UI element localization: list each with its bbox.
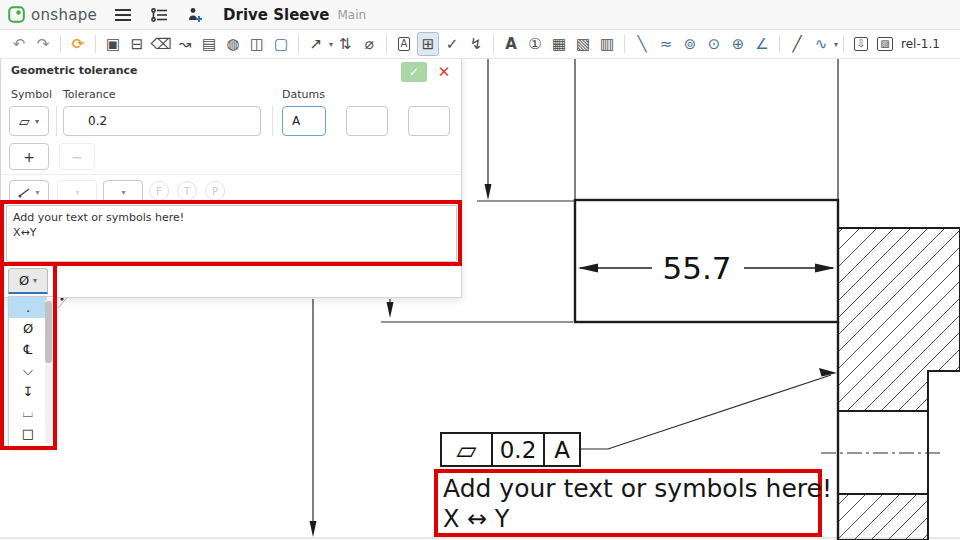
symbol-option-period[interactable]: . — [9, 297, 47, 318]
editor-line-1: Add your text or symbols here! — [13, 210, 450, 225]
centerline-icon[interactable]: ╲ — [631, 32, 653, 56]
dropdown-caret-icon: ▾ — [121, 188, 125, 197]
workspace-branch: Main — [337, 8, 366, 22]
gtol-symbol-dropdown[interactable]: ▱ ▾ — [9, 106, 49, 136]
dialog-title: Geometric tolerance — [11, 64, 137, 77]
section-hatch[interactable] — [838, 228, 960, 540]
note-line-2: X ↔ Y — [443, 504, 814, 534]
ordinate-dimension-icon[interactable]: ⇅ — [334, 32, 356, 56]
dropdown-caret-icon: ▾ — [35, 188, 39, 197]
top-bar: onshape Drive Sleeve Main — [0, 0, 960, 30]
toolbar-separator — [493, 35, 494, 53]
arrowhead-down-3 — [310, 521, 317, 537]
diameter-dimension-icon[interactable]: ⌀ — [358, 32, 380, 56]
symbol-label: Symbol — [11, 88, 52, 101]
follow-mode-icon[interactable] — [185, 5, 205, 25]
redo-icon[interactable]: ↷ — [32, 32, 54, 56]
insert-view-icon[interactable]: ▣ — [102, 32, 124, 56]
onshape-drawing-app: 55.7 ▱ 0.2 A Add your text or symbols he… — [0, 0, 960, 540]
sheet-layout-icon[interactable]: ⊟ — [126, 32, 148, 56]
remove-row-button[interactable]: − — [59, 143, 95, 170]
field-divider — [272, 106, 273, 136]
leader-style-dropdown[interactable]: ▾ — [9, 180, 49, 204]
fcf-leader[interactable] — [579, 368, 837, 449]
toolbar-separator — [386, 35, 387, 53]
datum-input-3[interactable] — [408, 106, 450, 136]
symbol-option-countersink[interactable]: ⌵ — [9, 360, 47, 381]
dimension-text: 55.7 — [662, 250, 731, 286]
symbol-option-diameter[interactable]: Ø — [9, 318, 47, 339]
diameter-symbol: Ø — [19, 273, 29, 288]
weld-symbol-icon[interactable]: ↯ — [465, 32, 487, 56]
web-reference-icon[interactable]: ◍ — [222, 32, 244, 56]
center-mark-circular-icon[interactable]: ⊚ — [679, 32, 701, 56]
onshape-logo-text: onshape — [31, 6, 97, 24]
chamfer-dimension-icon[interactable]: ∠ — [751, 32, 773, 56]
geometric-tolerance-icon[interactable]: ⊞ — [417, 32, 439, 56]
fcf-symbol-parallelism: ▱ — [440, 432, 493, 467]
feature-control-frame[interactable]: ▱ 0.2 A — [440, 432, 581, 467]
toolbar-separator — [779, 35, 780, 53]
free-state-modifier-button[interactable]: F — [149, 181, 169, 201]
symbol-dropdown-list: . Ø ℄ ⌵ ↧ ⌴ □ — [8, 296, 54, 447]
dropdown-caret-icon: ▾ — [75, 188, 79, 197]
frame-style-dropdown[interactable]: ▾ — [103, 180, 143, 204]
datum-input-2[interactable] — [346, 106, 388, 136]
update-reference-icon[interactable]: ⟳ — [67, 32, 89, 56]
insert-sketch-icon[interactable]: ▤ — [198, 32, 220, 56]
onshape-logo[interactable]: onshape — [0, 6, 97, 24]
export-dxf-icon[interactable]: ⇩ — [850, 32, 872, 56]
note-icon[interactable]: A — [500, 32, 522, 56]
crop-view-icon[interactable]: ▢ — [270, 32, 292, 56]
toolbar-separator — [843, 35, 844, 53]
symbol-option-centerline[interactable]: ℄ — [9, 339, 47, 360]
insert-image-icon[interactable]: ▨ — [874, 32, 896, 56]
datum-input-1[interactable] — [282, 106, 326, 136]
arrowhead-down-2 — [387, 302, 394, 318]
center-target-icon[interactable]: ⊕ — [727, 32, 749, 56]
gtol-text-editor[interactable]: Add your text or symbols here! X↔Y — [6, 205, 457, 262]
dimension-caret-icon[interactable]: ▾ — [329, 40, 333, 49]
dropdown-scrollbar[interactable] — [45, 299, 52, 444]
fcf-datum-ref: A — [545, 432, 581, 467]
spline-caret-icon[interactable]: ▾ — [834, 40, 838, 49]
dimension-icon[interactable]: ↗ — [305, 32, 327, 56]
surface-finish-icon[interactable]: ✓ — [441, 32, 463, 56]
toolbar-separator — [60, 35, 61, 53]
centerline-between-icon[interactable]: ≈ — [655, 32, 677, 56]
editor-line-2: X↔Y — [13, 225, 450, 240]
table-icon[interactable]: ▦ — [548, 32, 570, 56]
erase-icon[interactable]: ⌫ — [150, 32, 172, 56]
scrollbar-thumb[interactable] — [45, 301, 52, 363]
line-icon[interactable]: ╱ — [786, 32, 808, 56]
geometric-tolerance-dialog: Geometric tolerance ✓ ✕ Symbol Tolerance… — [0, 58, 462, 298]
callout-icon[interactable]: ① — [524, 32, 546, 56]
undo-icon[interactable]: ↶ — [8, 32, 30, 56]
mirror-view-icon[interactable]: ◫ — [246, 32, 268, 56]
center-mark-icon[interactable]: ⊙ — [703, 32, 725, 56]
dialog-separator — [1, 174, 461, 175]
projected-zone-modifier-button[interactable]: P — [205, 181, 225, 201]
symbol-option-depth[interactable]: ↧ — [9, 381, 47, 402]
tangent-plane-modifier-button[interactable]: T — [177, 181, 197, 201]
symbol-option-square[interactable]: □ — [9, 423, 47, 444]
spline-icon[interactable]: ∿ — [810, 32, 832, 56]
symbol-option-counterbore[interactable]: ⌴ — [9, 402, 47, 423]
versions-history-icon[interactable] — [149, 5, 169, 25]
leader-anchor-dropdown[interactable]: ▾ — [57, 180, 97, 204]
dialog-close-button[interactable]: ✕ — [435, 62, 453, 82]
insert-symbol-dropdown-button[interactable]: Ø ▾ — [8, 268, 48, 294]
hole-table-icon[interactable]: ▧ — [572, 32, 594, 56]
onshape-logo-icon — [8, 6, 25, 23]
tolerance-input[interactable] — [63, 106, 261, 136]
arrowhead-down-1 — [485, 184, 492, 200]
drawing-note-annotation[interactable]: Add your text or symbols here! X ↔ Y — [434, 469, 822, 537]
bom-table-icon[interactable]: ▥ — [596, 32, 618, 56]
add-row-button[interactable]: + — [9, 143, 49, 170]
spline-leader-icon[interactable]: ↝ — [174, 32, 196, 56]
dialog-confirm-button[interactable]: ✓ — [401, 62, 427, 82]
parallelism-symbol: ▱ — [19, 113, 30, 129]
note-line-1: Add your text or symbols here! — [443, 474, 814, 504]
document-menu-icon[interactable] — [113, 5, 133, 25]
datum-icon[interactable]: A — [393, 32, 415, 56]
